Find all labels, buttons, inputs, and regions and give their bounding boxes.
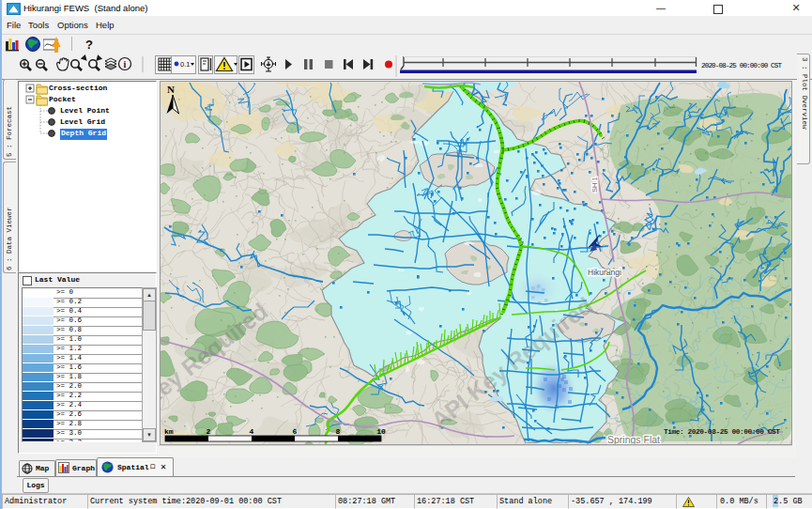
svg-text:SH 1: SH 1 [590, 177, 599, 193]
svg-text:N: N [167, 84, 175, 95]
svg-text:Springs Flat: Springs Flat [607, 434, 660, 445]
svg-text:4: 4 [250, 427, 254, 436]
svg-text:km: km [164, 427, 174, 436]
svg-text:0.1: 0.1 [180, 60, 190, 69]
svg-text:8: 8 [336, 427, 341, 436]
svg-text:Hikurangi: Hikurangi [588, 268, 621, 277]
svg-text:2020-08-25 00:00:00 CST: 2020-08-25 00:00:00 CST [701, 62, 782, 69]
svg-text:2: 2 [207, 427, 211, 436]
svg-text:10: 10 [376, 427, 386, 436]
svg-text:6: 6 [293, 427, 298, 436]
svg-text:i: i [124, 59, 127, 69]
svg-text:Time: 2020-08-25 00:00:00 CST: Time: 2020-08-25 00:00:00 CST [664, 428, 780, 436]
